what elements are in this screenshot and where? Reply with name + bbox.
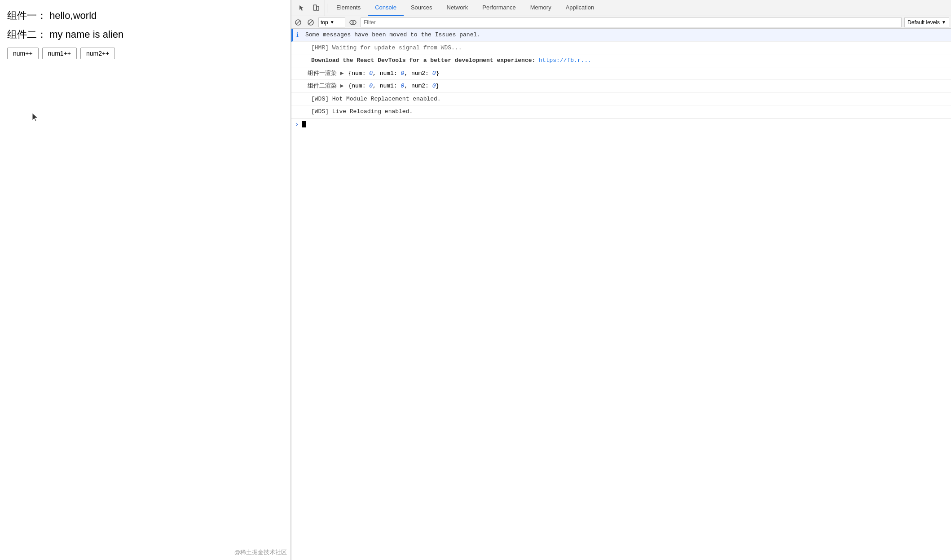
svg-line-4 xyxy=(296,21,300,24)
tab-elements[interactable]: Elements xyxy=(329,0,368,16)
console-message-component1: 组件一渲染 ▶ {num: 0, num1: 0, num2: 0} xyxy=(291,67,951,80)
wds-hmr-message: [WDS] Hot Module Replacement enabled. xyxy=(304,95,947,104)
devtools-toolbar: Elements Console Sources Network Perform… xyxy=(291,0,951,16)
console-message-wds-live: [WDS] Live Reloading enabled. xyxy=(291,105,951,118)
eye-button[interactable] xyxy=(348,18,358,27)
log-levels-button[interactable]: Default levels ▼ xyxy=(904,18,949,27)
filter-input[interactable] xyxy=(361,18,902,27)
component1-render-message: 组件一渲染 ▶ {num: 0, num1: 0, num2: 0} xyxy=(304,69,947,78)
expand-arrow-icon[interactable]: ▶ xyxy=(340,69,344,78)
react-devtools-link[interactable]: https://fb.r... xyxy=(539,57,591,64)
watermark: @稀土掘金技术社区 xyxy=(234,548,287,556)
expand-arrow-icon-2[interactable]: ▶ xyxy=(340,82,344,91)
context-selector[interactable]: top ▼ xyxy=(318,18,345,27)
toolbar-divider xyxy=(327,4,327,13)
devtools-tabs: Elements Console Sources Network Perform… xyxy=(329,0,601,16)
component2-label: 组件二： xyxy=(7,29,47,40)
tab-sources[interactable]: Sources xyxy=(404,0,440,16)
console-message-component2: 组件二渲染 ▶ {num: 0, num1: 0, num2: 0} xyxy=(291,80,951,93)
num-increment-button[interactable]: num++ xyxy=(7,48,39,59)
dropdown-arrow-icon: ▼ xyxy=(330,20,335,25)
tab-performance[interactable]: Performance xyxy=(475,0,523,16)
tab-network[interactable]: Network xyxy=(440,0,476,16)
clear-console-button[interactable] xyxy=(293,18,303,27)
console-message-issues: ℹ Some messages have been moved to the I… xyxy=(291,29,951,42)
svg-point-7 xyxy=(350,20,356,25)
devtools-link-message: Download the React DevTools for a better… xyxy=(304,56,947,65)
console-message-devtools-link: Download the React DevTools for a better… xyxy=(291,54,951,67)
levels-dropdown-icon: ▼ xyxy=(942,20,946,25)
svg-rect-1 xyxy=(317,6,319,10)
toolbar-icons xyxy=(293,0,325,16)
component2-line: 组件二： my name is alien xyxy=(7,28,283,41)
component1-value: hello,world xyxy=(49,10,97,21)
info-icon: ℹ xyxy=(296,31,299,40)
cursor-blink xyxy=(302,121,306,127)
main-container: 组件一： hello,world 组件二： my name is alien n… xyxy=(0,0,951,560)
svg-point-8 xyxy=(352,22,354,23)
component2-value: my name is alien xyxy=(49,29,123,40)
buttons-row: num++ num1++ num2++ xyxy=(7,48,283,59)
console-message-wds-hmr: [WDS] Hot Module Replacement enabled. xyxy=(291,93,951,106)
num2-increment-button[interactable]: num2++ xyxy=(80,48,115,59)
tab-console[interactable]: Console xyxy=(368,0,404,16)
svg-point-2 xyxy=(315,9,315,9)
tab-memory[interactable]: Memory xyxy=(523,0,559,16)
component1-line: 组件一： hello,world xyxy=(7,9,283,22)
hmr-message: [HMR] Waiting for update signal from WDS… xyxy=(304,44,947,52)
console-message-hmr: [HMR] Waiting for update signal from WDS… xyxy=(291,42,951,55)
app-panel: 组件一： hello,world 组件二： my name is alien n… xyxy=(0,0,291,560)
num1-increment-button[interactable]: num1++ xyxy=(42,48,77,59)
console-toolbar: top ▼ Default levels ▼ xyxy=(291,16,951,29)
component1-label: 组件一： xyxy=(7,10,47,21)
device-toolbar-button[interactable] xyxy=(309,2,322,14)
issues-panel-message: Some messages have been moved to the Iss… xyxy=(305,31,947,39)
cursor-indicator xyxy=(32,113,40,120)
devtools-panel: Elements Console Sources Network Perform… xyxy=(291,0,951,560)
prompt-arrow-icon: › xyxy=(295,121,299,128)
inspect-element-button[interactable] xyxy=(296,2,308,14)
wds-live-message: [WDS] Live Reloading enabled. xyxy=(304,107,947,116)
console-prompt[interactable]: › xyxy=(291,118,951,130)
console-output: ℹ Some messages have been moved to the I… xyxy=(291,29,951,560)
stop-recording-button[interactable] xyxy=(306,18,316,27)
svg-line-6 xyxy=(308,20,313,25)
tab-application[interactable]: Application xyxy=(559,0,602,16)
component2-render-message: 组件二渲染 ▶ {num: 0, num1: 0, num2: 0} xyxy=(304,82,947,91)
